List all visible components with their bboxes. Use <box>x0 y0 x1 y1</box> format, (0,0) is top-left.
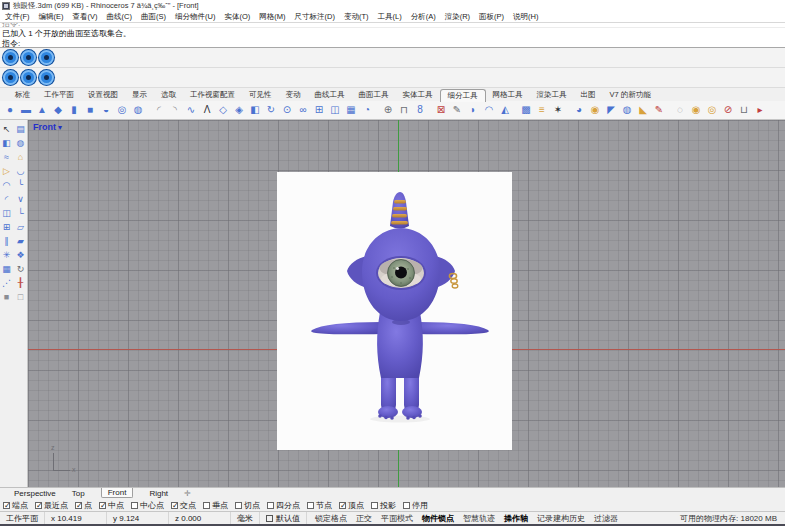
status-toggle[interactable]: 锁定格点 <box>315 513 347 524</box>
delete-face-icon[interactable]: ⊠ <box>433 101 449 119</box>
status-toggle[interactable]: 操作轴 <box>504 513 528 524</box>
toolbar-tab[interactable]: 工作平面 <box>37 89 81 101</box>
notebook-icon[interactable]: ▤ <box>14 123 27 135</box>
subd-cone-icon[interactable]: ▲ <box>34 101 50 119</box>
subd-sphere-icon[interactable]: ● <box>2 101 18 119</box>
subd-revolve-icon[interactable]: ↻ <box>263 101 279 119</box>
pleat-icon[interactable]: ▱ <box>14 221 27 233</box>
menu-item[interactable]: 尺寸标注(D) <box>295 12 335 22</box>
node-squares-icon[interactable]: ❖ <box>14 249 27 261</box>
checkbox-icon[interactable] <box>75 502 82 509</box>
sphere-cage-icon[interactable]: ◍ <box>14 137 27 149</box>
shell-icon[interactable]: ◭ <box>497 101 513 119</box>
osnap-checkbox-item[interactable]: 切点 <box>235 500 260 511</box>
slide-edge-icon[interactable]: ◗ <box>465 101 481 119</box>
osnap-checkbox-item[interactable]: 停用 <box>403 500 428 511</box>
checkbox-icon[interactable] <box>403 502 410 509</box>
osnap-checkbox-item[interactable]: 投影 <box>371 500 396 511</box>
crease-pen-icon[interactable]: ✎ <box>449 101 465 119</box>
viewport-tab[interactable]: Right <box>149 489 168 498</box>
status-toggle[interactable]: 智慧轨迹 <box>463 513 495 524</box>
cursor-icon[interactable]: ↖ <box>0 123 13 135</box>
subd-cylinder-icon[interactable]: ▮ <box>66 101 82 119</box>
osnap-checkbox-item[interactable]: 端点 <box>3 500 28 511</box>
toolbar-tab[interactable]: 设置视图 <box>81 89 125 101</box>
subd-torus-icon[interactable]: ◎ <box>114 101 130 119</box>
gold-sphere-icon[interactable]: ◉ <box>688 101 704 119</box>
workbench-icon[interactable]: ⊓ <box>396 101 412 119</box>
status-toggle[interactable]: 记录建构历史 <box>537 513 585 524</box>
toolbar-tab[interactable]: 曲线工具 <box>308 89 352 101</box>
eye-macro-button-1[interactable] <box>3 70 18 85</box>
subd-patch-icon[interactable]: ◈ <box>231 101 247 119</box>
osnap-checkbox-item[interactable]: 中点 <box>99 500 124 511</box>
arc-tool-1-icon[interactable]: ◜ <box>151 101 167 119</box>
subd-loft-icon[interactable]: ◇ <box>215 101 231 119</box>
cup-icon[interactable]: ◠ <box>0 179 13 191</box>
menu-item[interactable]: 编辑(E) <box>39 12 64 22</box>
lock-closed-icon[interactable]: ■ <box>0 291 13 303</box>
subd-sweep-icon[interactable]: Λ <box>199 101 215 119</box>
menu-item[interactable]: 文件(F) <box>5 12 30 22</box>
osnap-checkbox-item[interactable]: 四分点 <box>267 500 300 511</box>
menu-item[interactable]: 曲线(C) <box>107 12 132 22</box>
subd-ellipse-icon[interactable]: ◒ <box>98 101 114 119</box>
checkbox-icon[interactable] <box>99 502 106 509</box>
subd-box-icon[interactable]: ■ <box>82 101 98 119</box>
menu-item[interactable]: 网格(M) <box>259 12 285 22</box>
grid-dots-icon[interactable]: ▦ <box>0 263 13 275</box>
viewport-tab[interactable]: Top <box>72 489 85 498</box>
command-prompt-input[interactable]: 指令: <box>0 39 785 48</box>
flag-point-icon[interactable]: ▸ <box>752 101 768 119</box>
osnap-checkbox-item[interactable]: 中心点 <box>131 500 164 511</box>
v-fold-icon[interactable]: ∨ <box>14 193 27 205</box>
toolbar-tab[interactable]: 渲染工具 <box>530 89 574 101</box>
subd-drop-icon[interactable]: ◆ <box>50 101 66 119</box>
fill-hole-icon[interactable]: ◔ <box>359 101 375 119</box>
checkbox-icon[interactable] <box>171 502 178 509</box>
bracket-icon[interactable]: ∥ <box>0 235 13 247</box>
viewport-tab[interactable]: Perspective <box>14 489 56 498</box>
osnap-checkbox-item[interactable]: 交点 <box>171 500 196 511</box>
osnap-checkbox-item[interactable]: 点 <box>75 500 92 511</box>
eye-macro-button-3[interactable] <box>39 70 54 85</box>
new-viewport-tab-icon[interactable]: ✛ <box>184 489 191 498</box>
status-toggle[interactable]: 正交 <box>356 513 372 524</box>
multipipe-icon[interactable]: ⊙ <box>279 101 295 119</box>
paint-flag-icon[interactable]: ◣ <box>635 101 651 119</box>
subd-pipe-icon[interactable]: ∞ <box>295 101 311 119</box>
checkbox-icon[interactable] <box>339 502 346 509</box>
cplane-button[interactable]: 工作平面 <box>0 512 45 524</box>
toolbar-tab[interactable]: 可见性 <box>242 89 279 101</box>
toolbar-tab[interactable]: 显示 <box>125 89 154 101</box>
disable-subd-icon[interactable]: ⊘ <box>720 101 736 119</box>
to-nurbs-icon[interactable]: ◕ <box>571 101 587 119</box>
tent-icon[interactable]: ⌂ <box>14 151 27 163</box>
checkbox-icon[interactable] <box>267 502 274 509</box>
gold-mesh-icon[interactable]: ◉ <box>587 101 603 119</box>
push-point-icon[interactable]: ▷ <box>0 165 13 177</box>
checkbox-icon[interactable] <box>131 502 138 509</box>
arc-blend-icon[interactable]: ◜ <box>0 193 13 205</box>
toolbar-tab[interactable]: V7 的新功能 <box>603 89 658 101</box>
toolbar-tab[interactable]: 曲面工具 <box>352 89 396 101</box>
gold-torus-icon[interactable]: ◎ <box>704 101 720 119</box>
osnap-checkbox-item[interactable]: 垂点 <box>203 500 228 511</box>
status-toggle[interactable]: 过滤器 <box>594 513 618 524</box>
menu-item[interactable]: 曲面(S) <box>141 12 166 22</box>
menu-item[interactable]: 查看(V) <box>73 12 98 22</box>
pole-icon[interactable]: ╂ <box>14 277 27 289</box>
toolbar-tab[interactable]: 选取 <box>154 89 183 101</box>
checkbox-icon[interactable] <box>371 502 378 509</box>
osnap-checkbox-item[interactable]: 顶点 <box>339 500 364 511</box>
toolbar-tab[interactable]: 变动 <box>279 89 308 101</box>
star-burst-icon[interactable]: ✳ <box>0 249 13 261</box>
toolbar-tab[interactable]: 细分工具 <box>440 89 486 102</box>
osnap-checkbox-item[interactable]: 节点 <box>307 500 332 511</box>
eye-macro-button-3[interactable] <box>39 50 54 65</box>
stitch-icon[interactable]: ◫ <box>327 101 343 119</box>
menu-item[interactable]: 渲染(R) <box>445 12 470 22</box>
front-viewport[interactable]: Front▾ <box>28 120 785 487</box>
toolbar-tab[interactable]: 网格工具 <box>486 89 530 101</box>
rotate-icon[interactable]: ↻ <box>14 263 27 275</box>
